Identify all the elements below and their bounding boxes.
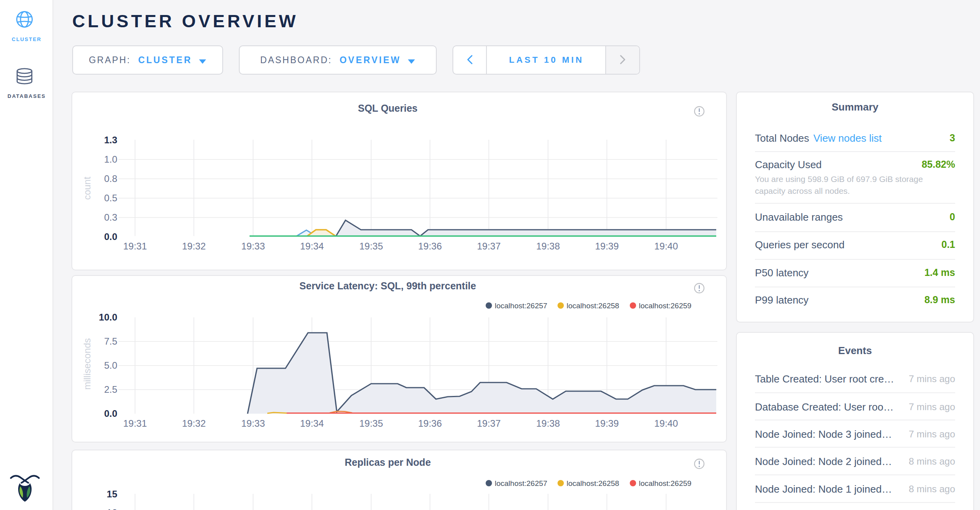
svg-text:19:34: 19:34 — [300, 418, 324, 429]
svg-text:localhost:26258: localhost:26258 — [567, 479, 619, 488]
svg-text:0.3: 0.3 — [104, 212, 117, 223]
svg-text:localhost:26258: localhost:26258 — [567, 302, 619, 310]
svg-text:19:40: 19:40 — [654, 418, 678, 429]
svg-text:localhost:26257: localhost:26257 — [495, 302, 547, 310]
svg-text:1.3: 1.3 — [104, 135, 117, 145]
svg-text:19:31: 19:31 — [123, 418, 147, 429]
svg-text:19:36: 19:36 — [418, 241, 442, 251]
svg-text:19:39: 19:39 — [595, 418, 619, 429]
svg-text:19:37: 19:37 — [477, 418, 501, 429]
svg-text:7.5: 7.5 — [104, 336, 117, 347]
svg-text:19:38: 19:38 — [536, 241, 560, 251]
svg-text:19:39: 19:39 — [595, 241, 619, 251]
svg-text:19:32: 19:32 — [182, 241, 206, 251]
svg-text:19:34: 19:34 — [300, 241, 324, 251]
svg-text:15: 15 — [107, 489, 117, 499]
svg-text:0.8: 0.8 — [104, 173, 117, 184]
svg-text:2.5: 2.5 — [104, 384, 117, 395]
svg-text:0.0: 0.0 — [104, 408, 117, 419]
svg-text:19:33: 19:33 — [241, 418, 265, 429]
svg-text:19:33: 19:33 — [241, 241, 265, 251]
svg-text:localhost:26257: localhost:26257 — [495, 479, 547, 488]
svg-text:19:37: 19:37 — [477, 241, 501, 251]
svg-text:localhost:26259: localhost:26259 — [639, 479, 691, 488]
svg-text:1.0: 1.0 — [104, 154, 117, 165]
svg-text:milliseconds: milliseconds — [82, 338, 92, 390]
svg-text:19:35: 19:35 — [359, 241, 383, 251]
svg-text:19:38: 19:38 — [536, 418, 560, 429]
svg-text:19:35: 19:35 — [359, 418, 383, 429]
svg-text:5.0: 5.0 — [104, 360, 117, 371]
svg-text:19:40: 19:40 — [654, 241, 678, 251]
svg-text:localhost:26259: localhost:26259 — [639, 302, 691, 310]
svg-text:10: 10 — [107, 507, 117, 510]
svg-text:19:31: 19:31 — [123, 241, 147, 251]
svg-text:count: count — [82, 176, 92, 200]
svg-text:10.0: 10.0 — [99, 312, 117, 322]
svg-text:19:36: 19:36 — [418, 418, 442, 429]
svg-text:0.0: 0.0 — [104, 231, 117, 242]
svg-text:19:32: 19:32 — [182, 418, 206, 429]
svg-text:0.5: 0.5 — [104, 193, 117, 203]
